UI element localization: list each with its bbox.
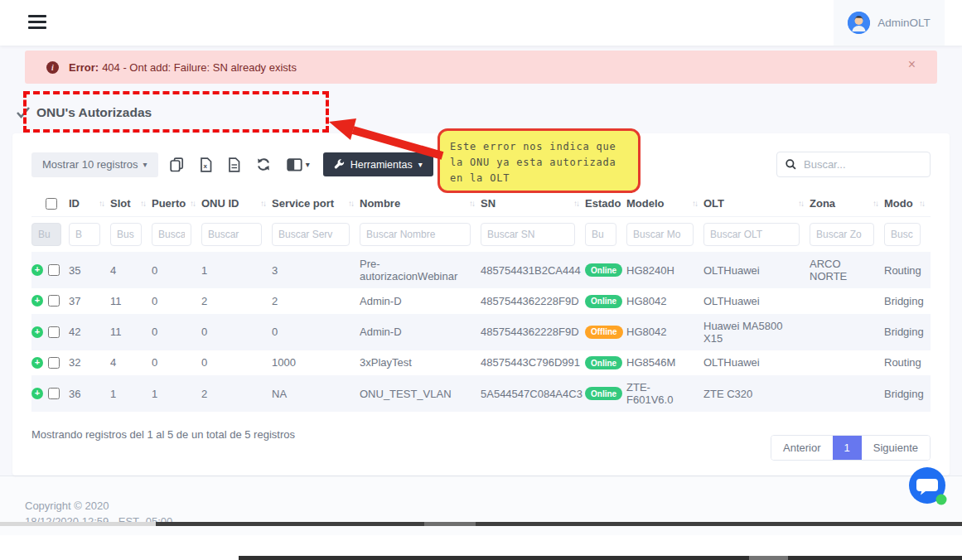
filter-estado[interactable]	[585, 223, 616, 246]
video-progress-bar	[0, 556, 962, 560]
records-summary: Mostrando registros del 1 al 5 de un tot…	[31, 428, 295, 441]
header-row: ID↑↓ Slot↑↓ Puerto↑↓ ONU ID↑↓ Service po…	[31, 191, 931, 217]
table-row: + 42110 00Admin-D 4857544362228F9D Offli…	[31, 314, 931, 350]
alert-message: Error:404 - Ont add: Failure: SN already…	[69, 61, 297, 74]
refresh-button[interactable]	[254, 156, 273, 173]
pagination-page-1-button[interactable]: 1	[833, 436, 862, 460]
chevron-down-icon: ▾	[143, 160, 147, 169]
column-header-puerto[interactable]: Puerto↑↓	[152, 191, 201, 217]
status-badge: Online	[585, 263, 622, 277]
chevron-down-icon: ▾	[418, 160, 423, 169]
column-header-service-port[interactable]: Service port↑↓	[272, 191, 360, 217]
row-checkbox[interactable]	[48, 264, 60, 276]
filter-onu-id[interactable]	[201, 223, 262, 246]
alert-close-icon[interactable]: ×	[908, 58, 916, 71]
sort-icon: ↑↓	[919, 199, 924, 208]
excel-file-icon: x	[200, 157, 212, 172]
row-checkbox[interactable]	[48, 326, 60, 338]
column-header-nombre[interactable]: Nombre↑↓	[360, 191, 481, 217]
column-visibility-dropdown[interactable]: ▾	[285, 157, 312, 173]
table-row: + 3240 010003xPlayTest 48575443C796D991 …	[31, 350, 931, 376]
search-icon	[786, 158, 796, 171]
pagination-next-button[interactable]: Siguiente	[862, 436, 930, 460]
select-all-checkbox[interactable]	[46, 198, 57, 210]
global-search	[776, 152, 931, 177]
wrench-icon	[334, 159, 345, 170]
export-excel-button[interactable]: x	[198, 156, 214, 174]
pagination-prev-button[interactable]: Anterior	[771, 436, 833, 460]
sort-icon: ↑↓	[99, 199, 104, 208]
column-header-id[interactable]: ID↑↓	[69, 191, 110, 217]
filter-olt[interactable]	[703, 223, 800, 246]
page-title: ONU's Autorizadas	[17, 105, 962, 120]
row-checkbox[interactable]	[48, 295, 60, 307]
filter-zona[interactable]	[810, 223, 874, 246]
tools-dropdown-button[interactable]: Herramientas ▾	[323, 152, 433, 176]
expand-row-button[interactable]: +	[31, 326, 43, 338]
expand-row-button[interactable]: +	[31, 295, 43, 307]
columns-icon	[287, 158, 302, 171]
filter-sn[interactable]	[481, 223, 575, 246]
row-checkbox[interactable]	[48, 357, 60, 369]
filter-modelo[interactable]	[626, 223, 694, 246]
copy-icon	[170, 157, 184, 172]
filter-id[interactable]	[69, 223, 100, 246]
pagination: Anterior 1 Siguiente	[771, 435, 931, 461]
status-badge: Online	[585, 295, 622, 308]
sort-icon: ↑↓	[469, 199, 474, 208]
column-header-zona[interactable]: Zona↑↓	[810, 191, 884, 217]
export-file-button[interactable]	[226, 156, 242, 174]
expand-row-button[interactable]: +	[31, 264, 43, 276]
status-badge: Online	[585, 356, 622, 369]
app-screen: AdminOLT i Error:404 - Ont add: Failure:…	[0, 0, 962, 560]
info-icon: i	[46, 61, 59, 74]
expand-row-button[interactable]: +	[31, 388, 43, 399]
column-header-slot[interactable]: Slot↑↓	[110, 191, 152, 217]
video-progress-bar	[0, 522, 962, 526]
top-navbar: AdminOLT	[0, 0, 962, 46]
error-alert: i Error:404 - Ont add: Failure: SN alrea…	[25, 51, 937, 84]
filter-service-port[interactable]	[272, 223, 350, 246]
chevron-down-icon: ▾	[306, 160, 310, 169]
status-badge: Online	[585, 387, 622, 400]
sort-icon: ↑↓	[190, 199, 195, 208]
filter-slot[interactable]	[110, 223, 142, 246]
search-input[interactable]	[804, 158, 921, 171]
filter-modo[interactable]	[884, 223, 921, 246]
online-dot-icon	[936, 495, 947, 505]
sort-icon: ↑↓	[692, 199, 697, 208]
column-header-estado[interactable]: Estado	[585, 191, 626, 217]
chat-widget-button[interactable]	[908, 466, 947, 505]
sort-icon: ↑↓	[573, 199, 578, 208]
menu-toggle-icon[interactable]	[28, 15, 46, 32]
sort-icon: ↑↓	[140, 199, 145, 208]
filter-nombre[interactable]	[360, 223, 471, 246]
copyright-text: Copyright © 2020	[25, 498, 962, 514]
filter-select	[31, 223, 61, 246]
user-menu[interactable]: AdminOLT	[834, 0, 945, 46]
sort-icon: ↑↓	[798, 199, 803, 208]
table-row: + 3611 2NAONU_TEST_VLAN 5A544547C084A4C3…	[31, 375, 931, 412]
onu-table: ID↑↓ Slot↑↓ Puerto↑↓ ONU ID↑↓ Service po…	[31, 191, 931, 412]
check-icon	[17, 107, 30, 118]
column-header-modelo[interactable]: Modelo↑↓	[626, 191, 703, 217]
sort-icon: ↑↓	[260, 199, 265, 208]
annotation-callout: Este error nos indica que la ONU ya esta…	[437, 128, 641, 193]
column-header-modo[interactable]: Modo↑↓	[884, 191, 931, 217]
filter-puerto[interactable]	[152, 223, 191, 246]
row-checkbox[interactable]	[48, 388, 60, 399]
expand-row-button[interactable]: +	[31, 357, 43, 369]
filter-row	[31, 217, 931, 253]
table-row: + 37110 22Admin-D 4857544362228F9D Onlin…	[31, 288, 931, 314]
copy-button[interactable]	[168, 156, 186, 174]
column-header-olt[interactable]: OLT↑↓	[703, 191, 810, 217]
document-icon	[228, 157, 240, 172]
svg-text:x: x	[203, 162, 207, 170]
records-per-page-dropdown[interactable]: Mostrar 10 registros▾	[31, 152, 158, 177]
refresh-icon	[256, 157, 271, 171]
table-footer: Mostrando registros del 1 al 5 de un tot…	[31, 412, 931, 461]
column-header-sn[interactable]: SN↑↓	[481, 191, 585, 217]
column-header-onu-id[interactable]: ONU ID↑↓	[201, 191, 272, 217]
status-badge: Offline	[585, 326, 623, 339]
sort-icon: ↑↓	[873, 199, 877, 208]
